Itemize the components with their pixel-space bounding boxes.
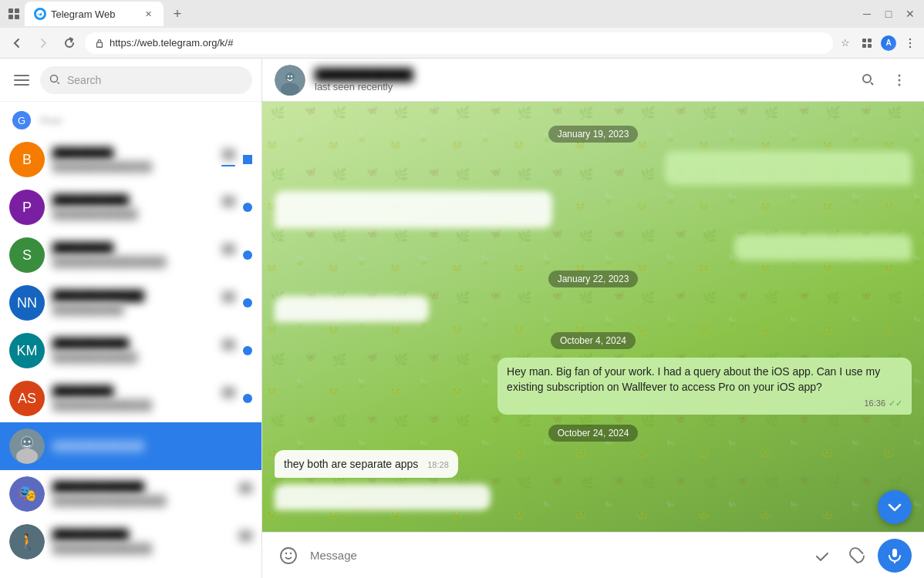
- chat-item[interactable]: 🚶 ██████████ ██ ██████████████: [0, 518, 261, 566]
- chat-time: ██: [239, 482, 252, 493]
- chat-header: ████████████ last seen recently: [262, 59, 924, 102]
- contact-info: ████████████ last seen recently: [315, 68, 847, 92]
- svg-rect-5: [862, 39, 866, 42]
- message-row[interactable]: they both are separate apps 18:28: [275, 450, 912, 478]
- chat-item[interactable]: NN ████████████ ██ ██████████: [0, 279, 261, 327]
- avatar: [9, 428, 45, 464]
- chat-name: ████████: [52, 147, 113, 160]
- sidebar: Search G Pixel B ████████ ██: [0, 59, 262, 578]
- chat-item[interactable]: 🎭 ████████████ ██ ████████████████: [0, 470, 261, 518]
- address-bar: https://web.telegram.org/k/# ☆ A: [0, 28, 924, 59]
- chat-name: ████████: [52, 242, 113, 254]
- chat-name: ██████████: [52, 338, 129, 350]
- avatar: AS: [9, 381, 45, 416]
- svg-point-34: [899, 74, 901, 76]
- chat-content: ████████ ██ ██████████████: [52, 385, 235, 412]
- active-chat-item[interactable]: ████████████: [0, 422, 261, 470]
- svg-text:🎭: 🎭: [18, 484, 37, 502]
- unread-dot: [243, 298, 252, 307]
- svg-point-23: [29, 441, 31, 443]
- chat-preview: ██████████: [52, 304, 123, 315]
- attach-button[interactable]: [842, 542, 870, 570]
- profile-icon[interactable]: A: [881, 35, 896, 51]
- chat-content: ████████ ██ ██████████████: [52, 147, 235, 173]
- svg-text:🚶: 🚶: [18, 533, 37, 551]
- browser-menu-icon[interactable]: [902, 35, 918, 51]
- avatar: 🚶: [9, 524, 45, 560]
- blurred-message: [734, 234, 912, 260]
- scroll-down-fab[interactable]: [878, 490, 912, 524]
- chat-content: ████████████ ██ ██████████: [52, 290, 235, 316]
- svg-point-22: [24, 441, 26, 443]
- maximize-icon[interactable]: □: [881, 6, 896, 22]
- refresh-button[interactable]: [59, 32, 80, 54]
- new-tab-button[interactable]: +: [167, 3, 188, 25]
- svg-rect-0: [8, 8, 13, 13]
- minimize-icon[interactable]: ─: [859, 6, 875, 22]
- chat-item[interactable]: AS ████████ ██ ██████████████: [0, 375, 261, 422]
- svg-rect-3: [15, 15, 19, 19]
- extensions-icon[interactable]: [859, 35, 875, 51]
- url-bar[interactable]: https://web.telegram.org/k/#: [85, 32, 833, 54]
- received-message: they both are separate apps 18:28: [275, 450, 458, 478]
- chat-item[interactable]: KM ██████████ ██ ████████████: [0, 327, 261, 375]
- chat-content: ████████████: [52, 440, 252, 452]
- message-input[interactable]: [310, 542, 802, 570]
- svg-point-31: [291, 75, 292, 76]
- search-box[interactable]: Search: [40, 66, 252, 94]
- chat-time: ██: [222, 339, 235, 350]
- chat-time: ██: [222, 149, 235, 160]
- message-row: [275, 151, 912, 185]
- message-row: [275, 191, 912, 228]
- chat-time: ██: [239, 530, 252, 541]
- close-window-icon[interactable]: ✕: [902, 6, 918, 22]
- bookmark-icon[interactable]: ☆: [838, 35, 853, 51]
- message-row[interactable]: Hey man. Big fan of your work. I had a q…: [275, 358, 912, 415]
- avatar: P: [9, 190, 45, 225]
- hamburger-menu-button[interactable]: [9, 68, 34, 92]
- chat-header-actions: [856, 68, 912, 92]
- svg-rect-13: [14, 79, 29, 81]
- chat-item[interactable]: B ████████ ██ ██████████████: [0, 136, 261, 183]
- pixel-logo: G: [9, 108, 34, 133]
- tab-bar: Telegram Web ✕ + ─ □ ✕: [0, 0, 924, 28]
- search-input[interactable]: Search: [67, 74, 101, 86]
- chat-item[interactable]: P ██████████ ██ ████████████: [0, 183, 261, 231]
- svg-rect-12: [14, 75, 29, 76]
- blurred-message: [275, 484, 491, 510]
- search-icon: [49, 74, 61, 86]
- chat-name: ████████████: [52, 290, 144, 302]
- svg-point-33: [863, 75, 871, 82]
- voice-message-button[interactable]: [878, 539, 912, 573]
- chat-item[interactable]: S ████████ ██ ████████████████: [0, 231, 261, 279]
- message-text: Hey man. Big fan of your work. I had a q…: [507, 364, 902, 395]
- unread-dot: [243, 250, 252, 260]
- message-meta: 16:36 ✓✓: [507, 398, 902, 408]
- svg-point-9: [909, 38, 911, 39]
- security-icon: [94, 38, 105, 49]
- chat-area: ████████████ last seen recently: [262, 59, 924, 578]
- forward-button[interactable]: [32, 32, 54, 54]
- blurred-message: [275, 296, 429, 322]
- read-checkmark-button[interactable]: [810, 543, 835, 568]
- svg-rect-6: [868, 39, 872, 42]
- search-messages-button[interactable]: [856, 68, 881, 92]
- tab-favicon: [34, 8, 46, 20]
- chat-content: ████████████ ██ ████████████████: [52, 481, 252, 507]
- active-tab[interactable]: Telegram Web ✕: [25, 2, 164, 26]
- tab-stack-icon[interactable]: [6, 6, 22, 22]
- message-time: 16:36: [864, 398, 885, 408]
- contact-avatar[interactable]: [275, 65, 305, 96]
- pixel-label: Pixel: [40, 115, 62, 126]
- more-options-button[interactable]: [887, 68, 912, 92]
- back-button[interactable]: [6, 32, 28, 54]
- emoji-button[interactable]: [275, 542, 302, 570]
- chat-time: ██: [222, 387, 235, 398]
- chat-preview: ████████████████: [52, 495, 166, 506]
- tab-bar-right: ─ □ ✕: [859, 6, 918, 22]
- sidebar-header: Search: [0, 59, 261, 102]
- svg-point-15: [51, 76, 58, 82]
- tab-close-button[interactable]: ✕: [142, 8, 154, 20]
- svg-point-11: [909, 45, 911, 47]
- messages-area: 🌿 🍃 🐸 🦋 January 19, 2023: [262, 102, 924, 532]
